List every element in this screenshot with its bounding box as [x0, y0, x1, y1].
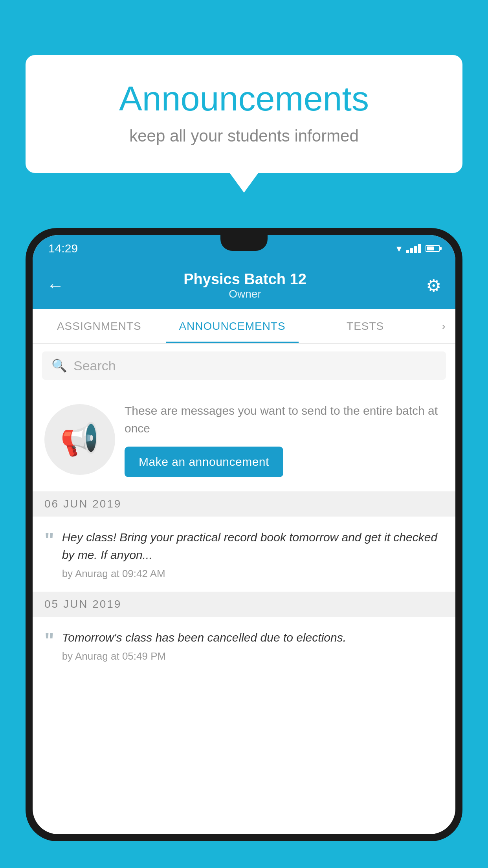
speech-bubble: Announcements keep all your students inf…	[26, 55, 462, 173]
announcement-item-2[interactable]: " Tomorrow's class has been cancelled du…	[33, 617, 455, 674]
batch-role: Owner	[183, 288, 306, 300]
search-container: 🔍 Search	[33, 344, 455, 388]
status-icons: ▾	[396, 243, 440, 255]
phone-mockup: 14:29 ▾ ← Phys	[26, 228, 462, 841]
phone-screen: 14:29 ▾ ← Phys	[33, 235, 455, 834]
tab-announcements[interactable]: ANNOUNCEMENTS	[166, 309, 299, 343]
settings-icon[interactable]: ⚙	[426, 276, 441, 296]
search-icon: 🔍	[51, 358, 67, 373]
quote-icon-2: "	[44, 630, 54, 651]
announcement-text-2: Tomorrow's class has been cancelled due …	[62, 629, 444, 646]
quote-icon-1: "	[44, 530, 54, 550]
wifi-icon: ▾	[396, 243, 402, 255]
tab-more[interactable]: ›	[432, 309, 455, 343]
tab-bar: ASSIGNMENTS ANNOUNCEMENTS TESTS ›	[33, 309, 455, 344]
megaphone-icon: 📢	[60, 421, 99, 458]
header-title-group: Physics Batch 12 Owner	[183, 271, 306, 300]
signal-icon	[406, 244, 421, 253]
status-bar: 14:29 ▾	[33, 235, 455, 262]
app-header: ← Physics Batch 12 Owner ⚙	[33, 262, 455, 309]
make-announcement-button[interactable]: Make an announcement	[125, 447, 283, 477]
announcement-item-1[interactable]: " Hey class! Bring your practical record…	[33, 517, 455, 592]
tab-assignments[interactable]: ASSIGNMENTS	[33, 309, 166, 343]
announcement-meta-2: by Anurag at 05:49 PM	[62, 650, 444, 662]
bubble-title: Announcements	[57, 79, 431, 119]
back-button[interactable]: ←	[47, 276, 64, 295]
speech-bubble-container: Announcements keep all your students inf…	[26, 55, 462, 173]
tab-tests[interactable]: TESTS	[299, 309, 432, 343]
promo-text: These are messages you want to send to t…	[125, 402, 444, 437]
search-bar[interactable]: 🔍 Search	[42, 351, 446, 380]
notch	[220, 235, 268, 251]
batch-title: Physics Batch 12	[183, 271, 306, 288]
megaphone-circle: 📢	[44, 404, 115, 475]
announcement-content-2: Tomorrow's class has been cancelled due …	[62, 629, 444, 662]
status-time: 14:29	[48, 242, 78, 255]
bubble-subtitle: keep all your students informed	[57, 127, 431, 145]
search-placeholder: Search	[73, 358, 116, 373]
promo-right: These are messages you want to send to t…	[125, 402, 444, 477]
phone-outer: 14:29 ▾ ← Phys	[26, 228, 462, 841]
date-divider-2: 05 JUN 2019	[33, 592, 455, 617]
date-divider-1: 06 JUN 2019	[33, 491, 455, 517]
announcement-promo: 📢 These are messages you want to send to…	[33, 388, 455, 491]
announcement-meta-1: by Anurag at 09:42 AM	[62, 568, 444, 580]
announcement-text-1: Hey class! Bring your practical record b…	[62, 528, 444, 564]
battery-icon	[426, 245, 440, 252]
announcement-content-1: Hey class! Bring your practical record b…	[62, 528, 444, 580]
